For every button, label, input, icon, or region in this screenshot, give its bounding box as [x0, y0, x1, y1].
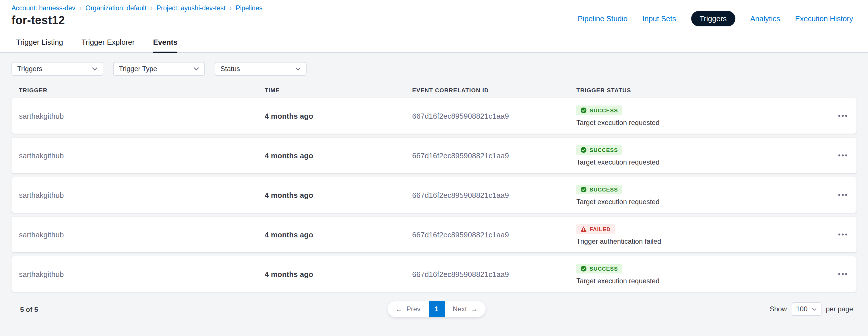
- status-badge: SUCCESS: [577, 264, 622, 273]
- failed-warning-icon: [580, 226, 587, 232]
- event-time: 4 months ago: [265, 191, 313, 200]
- event-correlation-id: 667d16f2ec895908821c1aa9: [412, 112, 509, 121]
- page-size-select[interactable]: 100: [792, 302, 821, 316]
- column-header-trigger-status: Trigger Status: [577, 87, 826, 94]
- status-filter-dropdown[interactable]: Status: [215, 62, 307, 76]
- event-row: sarthakgithub 4 months ago 667d16f2ec895…: [11, 217, 857, 252]
- status-message: Trigger authentication failed: [577, 237, 661, 245]
- status-text: SUCCESS: [590, 146, 618, 153]
- trigger-cell: sarthakgithub: [19, 269, 265, 279]
- breadcrumb-link-account-harness-dev[interactable]: Account: harness-dev: [11, 5, 75, 11]
- success-check-icon: [580, 186, 587, 192]
- top-nav-pipeline-studio[interactable]: Pipeline Studio: [578, 14, 627, 23]
- status-text: FAILED: [590, 226, 611, 232]
- status-badge: SUCCESS: [577, 105, 622, 115]
- event-id-cell: 667d16f2ec895908821c1aa9: [412, 150, 577, 161]
- trigger-type-filter-label: Trigger Type: [119, 65, 157, 73]
- row-actions-menu[interactable]: [836, 152, 849, 159]
- status-text: SUCCESS: [590, 265, 618, 271]
- actions-cell: [826, 191, 849, 199]
- event-time: 4 months ago: [265, 231, 313, 239]
- result-count: 5 of 5: [20, 306, 38, 314]
- row-actions-menu[interactable]: [836, 112, 849, 120]
- status-cell: SUCCESS Target execution requested: [577, 264, 826, 285]
- breadcrumb-separator-icon: ›: [229, 5, 231, 11]
- status-cell: SUCCESS Target execution requested: [577, 145, 826, 166]
- arrow-right-icon: →: [471, 305, 477, 313]
- status-text: SUCCESS: [590, 107, 618, 113]
- time-cell: 4 months ago: [265, 190, 412, 200]
- top-nav-input-sets[interactable]: Input Sets: [642, 14, 676, 23]
- event-time: 4 months ago: [265, 270, 313, 279]
- tab-events[interactable]: Events: [153, 32, 177, 52]
- actions-cell: [826, 231, 849, 238]
- header-left: Account: harness-dev›Organization: defau…: [11, 5, 262, 32]
- success-check-icon: [580, 146, 587, 153]
- trigger-cell: sarthakgithub: [19, 111, 265, 121]
- breadcrumb-link-project-ayushi-dev-test[interactable]: Project: ayushi-dev-test: [156, 5, 225, 11]
- trigger-type-filter-dropdown[interactable]: Trigger Type: [113, 62, 205, 76]
- status-filter-label: Status: [220, 65, 240, 73]
- events-list: sarthakgithub 4 months ago 667d16f2ec895…: [11, 98, 857, 292]
- status-badge: FAILED: [577, 224, 615, 234]
- footer: 5 of 5 ← Prev 1 Next → Show 100 per page: [0, 301, 868, 317]
- breadcrumb-link-organization-default[interactable]: Organization: default: [86, 5, 146, 11]
- status-message: Target execution requested: [577, 277, 660, 285]
- next-label: Next: [453, 305, 467, 313]
- filter-bar: Triggers Trigger Type Status: [0, 53, 868, 76]
- page-size-value: 100: [796, 305, 807, 313]
- event-correlation-id: 667d16f2ec895908821c1aa9: [412, 231, 509, 239]
- status-cell: SUCCESS Target execution requested: [577, 184, 826, 206]
- event-row: sarthakgithub 4 months ago 667d16f2ec895…: [11, 98, 857, 134]
- event-id-cell: 667d16f2ec895908821c1aa9: [412, 111, 577, 121]
- trigger-name: sarthakgithub: [19, 191, 64, 200]
- row-actions-menu[interactable]: [836, 270, 849, 278]
- event-time: 4 months ago: [265, 112, 313, 121]
- breadcrumb-separator-icon: ›: [150, 5, 152, 11]
- breadcrumb-link-pipelines[interactable]: Pipelines: [236, 5, 262, 11]
- status-badge: SUCCESS: [577, 184, 622, 194]
- breadcrumb: Account: harness-dev›Organization: defau…: [11, 5, 262, 11]
- actions-cell: [826, 112, 849, 120]
- trigger-cell: sarthakgithub: [19, 229, 265, 240]
- next-page-button[interactable]: Next →: [445, 301, 486, 317]
- event-id-cell: 667d16f2ec895908821c1aa9: [412, 190, 577, 200]
- page-title: for-test12: [11, 14, 262, 27]
- footer-left: 5 of 5: [20, 304, 388, 314]
- show-label: Show: [770, 305, 787, 313]
- event-correlation-id: 667d16f2ec895908821c1aa9: [412, 191, 509, 200]
- event-row: sarthakgithub 4 months ago 667d16f2ec895…: [11, 256, 857, 292]
- top-nav-triggers[interactable]: Triggers: [691, 11, 735, 26]
- chevron-down-icon: [811, 308, 817, 310]
- triggers-events-page: Account: harness-dev›Organization: defau…: [0, 0, 868, 336]
- prev-page-button[interactable]: ← Prev: [388, 301, 429, 317]
- page-number-button[interactable]: 1: [429, 301, 445, 317]
- status-cell: FAILED Trigger authentication failed: [577, 224, 826, 245]
- time-cell: 4 months ago: [265, 111, 412, 121]
- status-message: Target execution requested: [577, 158, 660, 166]
- tab-bar: Trigger ListingTrigger ExplorerEvents: [0, 32, 868, 53]
- row-actions-menu[interactable]: [836, 191, 849, 199]
- trigger-name: sarthakgithub: [19, 152, 64, 160]
- trigger-cell: sarthakgithub: [19, 190, 265, 200]
- trigger-name: sarthakgithub: [19, 231, 64, 239]
- top-nav-execution-history[interactable]: Execution History: [795, 14, 853, 23]
- column-header-time: Time: [265, 87, 412, 94]
- event-time: 4 months ago: [265, 152, 313, 160]
- actions-cell: [826, 270, 849, 278]
- time-cell: 4 months ago: [265, 269, 412, 279]
- status-message: Target execution requested: [577, 119, 660, 127]
- triggers-filter-label: Triggers: [17, 65, 42, 73]
- trigger-name: sarthakgithub: [19, 112, 64, 121]
- triggers-filter-dropdown[interactable]: Triggers: [11, 62, 103, 76]
- row-actions-menu[interactable]: [836, 231, 849, 238]
- tab-trigger-explorer[interactable]: Trigger Explorer: [82, 32, 135, 52]
- chevron-down-icon: [193, 67, 199, 70]
- tab-trigger-listing[interactable]: Trigger Listing: [16, 32, 63, 52]
- page-header: Account: harness-dev›Organization: defau…: [0, 0, 868, 32]
- chevron-down-icon: [92, 67, 98, 70]
- event-row: sarthakgithub 4 months ago 667d16f2ec895…: [11, 177, 857, 213]
- event-id-cell: 667d16f2ec895908821c1aa9: [412, 229, 577, 240]
- page-size-control: Show 100 per page: [486, 302, 853, 316]
- top-nav-analytics[interactable]: Analytics: [750, 14, 780, 23]
